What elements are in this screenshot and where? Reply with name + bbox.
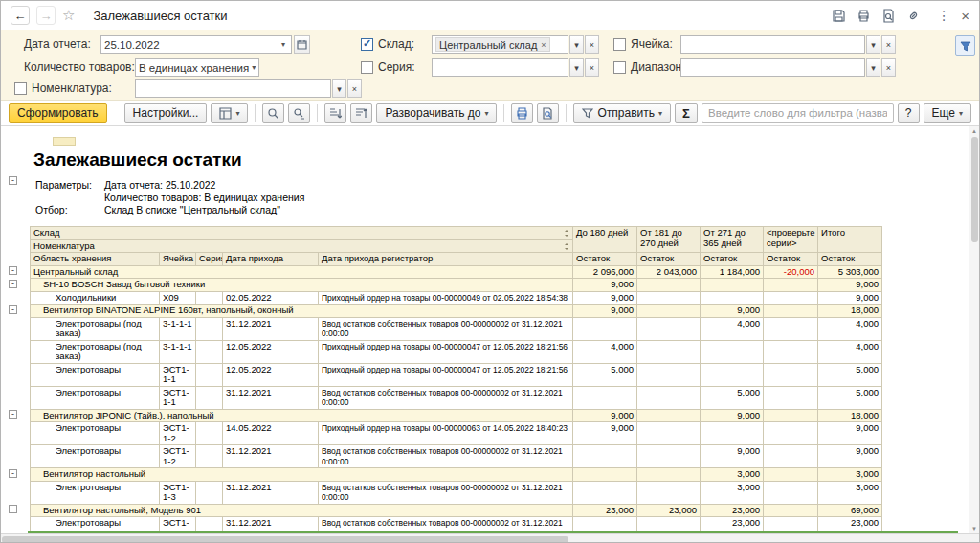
collapse-marker[interactable]: - (9, 469, 17, 478)
tag-remove-icon[interactable]: × (541, 40, 546, 50)
help-button[interactable]: ? (898, 103, 920, 123)
col-value: 23,000 (701, 504, 764, 517)
print-button[interactable] (511, 103, 533, 123)
cell-clear-button[interactable]: × (881, 35, 896, 54)
date-range-checkbox[interactable] (613, 61, 626, 74)
print-icon[interactable] (857, 9, 871, 23)
warehouse-clear-button[interactable]: × (585, 35, 599, 54)
clear-icon: × (886, 63, 891, 73)
forward-button[interactable]: → (36, 6, 56, 25)
collapse-marker[interactable]: - (9, 266, 17, 275)
quick-filter-input[interactable] (702, 103, 894, 123)
col-name: Электротовары (31, 481, 160, 504)
detail-row[interactable]: ЭлектротоварыЭСТ1-1-231.12.2021Ввод оста… (31, 445, 882, 468)
date-range-clear-button[interactable]: × (881, 58, 896, 77)
col-value: 9,000 (573, 279, 637, 292)
save-icon[interactable] (832, 9, 846, 23)
warehouse-checkbox[interactable] (361, 38, 373, 51)
calendar-button[interactable] (294, 35, 310, 54)
collapse-marker[interactable]: - (9, 176, 17, 185)
collapse-marker[interactable]: - (9, 505, 17, 513)
vertical-scrollbar: ▲ ▼ (969, 126, 979, 533)
series-checkbox[interactable] (361, 61, 373, 74)
filter-settings-button[interactable] (955, 35, 975, 56)
cell-checkbox[interactable] (613, 38, 626, 51)
report-date-field[interactable]: 25.10.2022 ▾ (100, 35, 292, 54)
series-clear-button[interactable]: × (585, 58, 599, 77)
detail-row[interactable]: ЭлектротоварыЭСТ1-1-112.05.2022Приходный… (31, 363, 882, 386)
menu-dots-icon[interactable]: ⋮ (937, 8, 950, 23)
vscroll-thumb[interactable] (971, 137, 978, 242)
date-range-dropdown-button[interactable]: ▾ (866, 58, 880, 77)
group-row[interactable]: Вентилятор настольный3,0003,000 (31, 468, 882, 482)
report-variants-button[interactable]: ▾ (211, 103, 248, 123)
col-value: -20,000 (764, 265, 818, 279)
find-button[interactable] (262, 103, 284, 123)
report-title: Залежавшиеся остатки (33, 149, 969, 170)
cell-dropdown-button[interactable]: ▾ (866, 35, 880, 54)
get-link-icon[interactable] (906, 9, 921, 23)
sort-descending-button[interactable] (350, 103, 372, 123)
nomenclature-checkbox[interactable] (14, 82, 27, 95)
hscroll-thumb[interactable] (2, 536, 568, 543)
send-button[interactable]: Отправить ▾ (573, 103, 671, 123)
detail-row[interactable]: Электротовары (под заказ)3-1-1-131.12.20… (31, 317, 882, 340)
generate-button[interactable]: Сформировать (9, 103, 107, 123)
series-dropdown-button[interactable]: ▾ (569, 58, 584, 77)
collapse-marker[interactable]: - (9, 280, 17, 288)
nomenclature-field[interactable] (135, 79, 331, 98)
settings-button[interactable]: Настройки... (124, 103, 208, 123)
col-value (637, 445, 701, 468)
vscroll-track (969, 136, 979, 524)
expand-to-button[interactable]: Разворачивать до ▾ (376, 103, 497, 123)
preview-icon[interactable] (881, 9, 896, 23)
warehouse-dropdown-button[interactable]: ▾ (569, 35, 584, 54)
sort-ascending-button[interactable] (324, 103, 346, 123)
find-next-button[interactable] (288, 103, 310, 123)
detail-row[interactable]: ЭлектротоварыЭСТ1-1-214.05.2022Приходный… (31, 422, 882, 445)
quantity-select[interactable]: В единицах хранения ▾ (135, 58, 259, 77)
favorite-star-icon[interactable]: ☆ (62, 7, 75, 24)
nomenclature-clear-button[interactable]: × (347, 79, 362, 98)
col-value: 1 184,000 (701, 265, 764, 279)
param-value: Количество товаров: В единицах хранения (104, 192, 969, 204)
col-value (764, 504, 818, 517)
clear-icon: × (886, 40, 891, 50)
group-row[interactable]: Вентилятор настольный, Модель 90123,0002… (31, 504, 882, 517)
detail-row[interactable]: ЭлектротоварыЭСТ1-1-131.12.2021Ввод оста… (31, 386, 882, 409)
nomenclature-dropdown-button[interactable]: ▾ (332, 79, 346, 98)
col-value: 23,000 (637, 504, 701, 517)
scroll-down-arrow[interactable]: ▼ (971, 524, 977, 533)
detail-row[interactable]: ЭлектротоварыЭСТ1-1-331.12.2021Ввод оста… (31, 481, 882, 504)
group-row[interactable]: SH-10 BOSCH Завод бытовой техники9,0009,… (31, 279, 882, 292)
cell-field[interactable] (680, 35, 865, 54)
col-series (196, 445, 223, 468)
group-row[interactable]: Вентилятор BINATONE ALPINE 160вт, наполь… (31, 305, 882, 318)
collapse-marker[interactable]: - (9, 305, 17, 314)
filter-label: Отбор: (35, 204, 104, 216)
detail-row[interactable]: ХолодильникиX0902.05.2022Приходный ордер… (31, 291, 882, 305)
warehouse-field[interactable]: Центральный склад × (432, 35, 568, 54)
chevron-down-icon[interactable]: ▾ (278, 40, 288, 49)
close-icon[interactable]: × (961, 8, 969, 24)
collapse-marker[interactable]: - (9, 410, 17, 419)
group-row[interactable]: Вентилятор JIPONIC (Тайв.), напольный9,0… (31, 409, 882, 422)
detail-row[interactable]: Электротовары (под заказ)3-1-1-112.05.20… (31, 340, 882, 363)
scroll-up-arrow[interactable]: ▲ (971, 126, 977, 136)
col-value (764, 422, 818, 445)
col-registrar: Приходный ордер на товары 00-00000047 от… (319, 363, 573, 386)
back-button[interactable]: ← (11, 6, 30, 25)
series-field[interactable] (432, 58, 568, 77)
print-preview-button[interactable] (537, 103, 559, 123)
sort-icon[interactable] (563, 242, 570, 253)
more-button[interactable]: Еще ▾ (924, 103, 971, 123)
sort-icon[interactable] (563, 229, 570, 239)
col-series (196, 291, 223, 305)
col-cell: ЭСТ1-1-2 (160, 445, 196, 468)
col-value: 4,000 (701, 317, 764, 340)
group-header-stub[interactable] (53, 137, 76, 146)
chevron-down-icon[interactable]: ▾ (249, 63, 258, 72)
date-range-field[interactable] (680, 58, 865, 77)
group-row[interactable]: Центральный склад2 096,0002 043,0001 184… (31, 265, 882, 279)
sum-button[interactable]: Σ (675, 103, 698, 123)
